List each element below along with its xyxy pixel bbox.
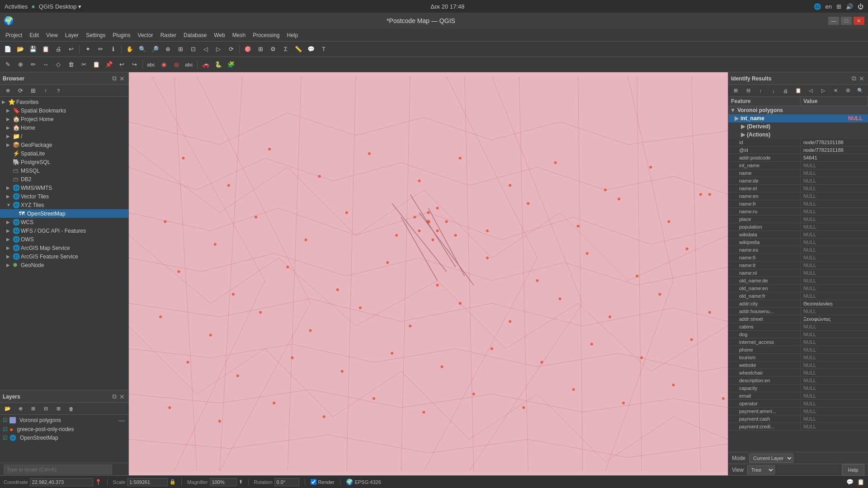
zoom-in-button[interactable]: 🔍 <box>137 43 148 55</box>
menu-edit[interactable]: Edit <box>26 31 42 39</box>
menu-project[interactable]: Project <box>2 31 26 39</box>
browser-item-home[interactable]: ▶ 🏠 Home <box>0 123 128 132</box>
plugin-button[interactable]: 🧩 <box>225 59 237 70</box>
undo2-button[interactable]: ↩ <box>116 59 127 70</box>
copy-id-button[interactable]: 📋 <box>793 85 804 97</box>
identify-features-button[interactable]: 🎯 <box>242 43 254 55</box>
cut-button[interactable]: ✂ <box>78 59 90 70</box>
redo-button[interactable]: ↪ <box>128 59 140 70</box>
menu-vector[interactable]: Vector <box>134 31 157 39</box>
copy-button[interactable]: 📋 <box>90 59 102 70</box>
browser-item-bookmarks[interactable]: ▶ 🔖 Spatial Bookmarks <box>0 106 128 115</box>
zoom-layer-button[interactable]: ⊞ <box>175 43 186 55</box>
layer-remove-button[interactable]: — <box>118 417 126 424</box>
expand-all-id-button[interactable]: ⊞ <box>730 85 742 97</box>
derived-subsection[interactable]: ▶ (Derived) <box>728 122 868 131</box>
browser-item-arcgis-map[interactable]: ▶ 🌐 ArcGIS Map Service <box>0 244 128 252</box>
open-project-button[interactable]: 📂 <box>14 43 26 55</box>
qgis-desktop-label[interactable]: QGIS Desktop ▾ <box>39 3 81 10</box>
statistics-button[interactable]: ⚙ <box>267 43 279 55</box>
id-down-button[interactable]: ↓ <box>768 85 779 97</box>
map-area[interactable] <box>129 72 728 475</box>
browser-item-ows[interactable]: ▶ 🌐 OWS <box>0 235 128 244</box>
collapse-all-button[interactable]: ⊞ <box>52 403 64 415</box>
zoom-next-button[interactable]: ▷ <box>212 43 224 55</box>
identify-button[interactable]: ℹ <box>107 43 119 55</box>
identify-close-button[interactable]: ✕ <box>858 75 865 82</box>
close-button[interactable]: ✕ <box>854 17 864 25</box>
coordinate-input[interactable] <box>30 478 93 486</box>
remove-layer-button[interactable]: 🗑 <box>65 403 77 415</box>
browser-filter-button[interactable]: ⊞ <box>27 85 39 97</box>
settings-id-button[interactable]: ⚙ <box>842 85 854 97</box>
browser-add-button[interactable]: ⊕ <box>2 85 14 97</box>
layer-osm[interactable]: ☑ 🌐 OpenStreetMap <box>0 434 128 442</box>
forward-id-button[interactable]: ▷ <box>817 85 829 97</box>
browser-float-button[interactable]: ⧉ <box>111 75 118 82</box>
node-tool-button[interactable]: ◇ <box>52 59 64 70</box>
select-features-button[interactable]: ✦ <box>82 43 94 55</box>
menu-view[interactable]: View <box>42 31 61 39</box>
browser-item-root[interactable]: ▶ 📁 / <box>0 132 128 141</box>
print-id-button[interactable]: 🖨 <box>780 85 792 97</box>
browser-item-wms[interactable]: ▶ 🌐 WMS/WMTS <box>0 183 128 192</box>
delete-button[interactable]: 🗑 <box>65 59 77 70</box>
browser-item-favorites[interactable]: ▶ ⭐ Favorites <box>0 98 128 106</box>
identify-float-button[interactable]: ⧉ <box>851 75 857 82</box>
actions-subsection[interactable]: ▶ (Actions) <box>728 131 868 139</box>
maximize-button[interactable]: □ <box>841 17 852 25</box>
minimize-button[interactable]: — <box>828 17 839 25</box>
menu-help[interactable]: Help <box>283 31 302 39</box>
sum-button[interactable]: Σ <box>280 43 292 55</box>
browser-item-wfs[interactable]: ▶ 🌐 WFS / OGC API - Features <box>0 226 128 235</box>
collapse-all-id-button[interactable]: ⊟ <box>743 85 755 97</box>
annotation-button[interactable]: T <box>318 43 330 55</box>
menu-mesh[interactable]: Mesh <box>229 31 249 39</box>
diagram-button[interactable]: ◎ <box>170 59 182 70</box>
mode-select[interactable]: Current Layer Top Down All Layers <box>749 454 793 463</box>
help-button[interactable]: Help <box>842 464 864 476</box>
label-button[interactable]: abc <box>145 59 157 70</box>
zoom-id-button[interactable]: 🔍 <box>854 85 866 97</box>
magnifier-input[interactable] <box>210 478 237 486</box>
browser-item-db2[interactable]: 🗃 DB2 <box>0 175 128 183</box>
browser-item-arcgis-feature[interactable]: ▶ 🌐 ArcGIS Feature Service <box>0 252 128 261</box>
move-feature-button[interactable]: ↔ <box>40 59 52 70</box>
open-layer-button[interactable]: 📂 <box>2 403 14 415</box>
browser-item-osm[interactable]: 🗺 OpenStreetMap <box>0 209 128 218</box>
filter-layer-button[interactable]: ⊞ <box>27 403 39 415</box>
digitize-button[interactable]: ✏ <box>94 43 106 55</box>
attribute-table-button[interactable]: ⊞ <box>255 43 266 55</box>
save-project-button[interactable]: 💾 <box>27 43 39 55</box>
zoom-out-button[interactable]: 🔎 <box>149 43 161 55</box>
menu-layer[interactable]: Layer <box>61 31 82 39</box>
add-layer-button[interactable]: ⊕ <box>14 59 26 70</box>
zoom-selection-button[interactable]: ⊡ <box>187 43 199 55</box>
view-select[interactable]: Tree Table Graph <box>747 465 775 474</box>
browser-item-mssql[interactable]: 🗃 MSSQL <box>0 166 128 175</box>
browser-item-spatialite[interactable]: ⚡ SpatiaLite <box>0 149 128 158</box>
layers-float-button[interactable]: ⧉ <box>111 393 118 400</box>
map-tips-button[interactable]: 💬 <box>305 43 317 55</box>
browser-item-xyz-tiles[interactable]: ▼ 🌐 XYZ Tiles <box>0 201 128 209</box>
zoom-previous-button[interactable]: ◁ <box>200 43 212 55</box>
browser-item-project-home[interactable]: ▶ 🏠 Project Home <box>0 115 128 123</box>
menu-plugins[interactable]: Plugins <box>109 31 134 39</box>
browser-close-button[interactable]: ✕ <box>118 75 126 82</box>
menu-database[interactable]: Database <box>180 31 210 39</box>
menu-web[interactable]: Web <box>210 31 228 39</box>
voronoi-section-header[interactable]: ▼ Voronoi polygons <box>728 106 868 114</box>
browser-help-button[interactable]: ? <box>52 85 64 97</box>
browser-collapse-button[interactable]: ↑ <box>40 85 52 97</box>
layer-voronoi[interactable]: ☑ Voronoi polygons — <box>0 416 128 425</box>
browser-item-vector-tiles[interactable]: ▶ 🌐 Vector Tiles <box>0 192 128 201</box>
layers-close-button[interactable]: ✕ <box>118 393 126 400</box>
print-button[interactable]: 🖨 <box>52 43 64 55</box>
activities-label[interactable]: Activities <box>5 3 28 10</box>
browser-item-wcs[interactable]: ▶ 🌐 WCS <box>0 218 128 226</box>
new-project-button[interactable]: 📄 <box>2 43 14 55</box>
layer-nodes[interactable]: ☑ ● greece-post-only-nodes <box>0 425 128 434</box>
browser-item-geonode[interactable]: ▶ ❄ GeoNode <box>0 261 128 269</box>
locate-input[interactable] <box>4 465 112 474</box>
gps-button[interactable]: 🚗 <box>200 59 212 70</box>
